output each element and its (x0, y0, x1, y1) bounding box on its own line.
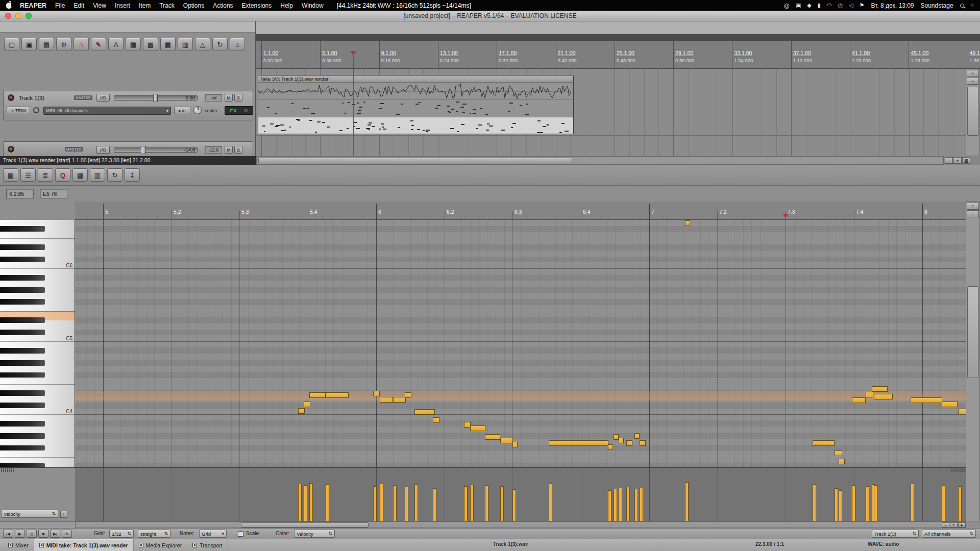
repeat-button[interactable]: ↻ (62, 530, 72, 538)
fader-handle[interactable] (141, 146, 145, 154)
volume-icon[interactable]: ◁ (849, 2, 853, 9)
grid-shape-selector[interactable]: straight⇅ (138, 530, 170, 538)
quantize-icon[interactable]: Q (55, 168, 70, 182)
channel-selector[interactable]: All channels⇅ (922, 530, 976, 538)
velocity-lane[interactable] (75, 467, 966, 521)
arrange-h-scrollbar[interactable] (256, 156, 944, 165)
velocity-bar[interactable] (405, 487, 408, 521)
midi-note[interactable] (433, 417, 439, 423)
piano-view-icon[interactable]: ▦ (72, 168, 88, 182)
menu-item-file[interactable]: File (55, 2, 65, 9)
volume-fader[interactable]: -14.8 (114, 147, 198, 153)
velocity-bar[interactable] (614, 489, 617, 521)
snap-icon[interactable]: ∩ (74, 38, 89, 51)
velocity-bar[interactable] (485, 485, 488, 521)
midi-note[interactable] (549, 440, 608, 446)
add-cc-lane-button[interactable]: + (60, 511, 67, 518)
zoom-out-button[interactable]: − (967, 78, 979, 85)
velocity-bar[interactable] (373, 486, 377, 521)
stop-button[interactable]: ■ (38, 530, 48, 538)
menu-item-insert[interactable]: Insert (115, 2, 130, 9)
scrollbar-thumb[interactable] (967, 286, 978, 378)
black-key[interactable] (0, 348, 45, 354)
solo-button[interactable]: S (234, 94, 242, 102)
mute-button[interactable]: M (225, 94, 233, 102)
velocity-bar[interactable] (470, 485, 474, 521)
scrollbar-thumb[interactable] (967, 87, 978, 136)
menu-item-item[interactable]: Item (139, 2, 151, 9)
pan-knob[interactable] (193, 106, 202, 114)
play-cursor-marker[interactable] (350, 51, 356, 55)
velocity-bar[interactable] (304, 485, 307, 521)
velocity-bar[interactable] (839, 490, 842, 521)
track-control-panel[interactable]: Track 1(3) MASTER I/O 0.00 -inf M S ∧TRI… (3, 91, 253, 120)
input-flag-icon[interactable]: ⚑ (860, 2, 865, 9)
midi-note[interactable] (634, 433, 640, 439)
midi-note[interactable] (380, 397, 393, 403)
apple-menu-icon[interactable] (6, 3, 12, 9)
midi-timeline-ruler[interactable]: 55.25.35.466.26.36.477.27.37.48 (75, 202, 966, 220)
input-source-label[interactable]: Soundstage (921, 2, 953, 9)
chevron-down-icon[interactable]: ▾ (222, 531, 224, 536)
menu-item-track[interactable]: Track (159, 2, 175, 9)
midi-note[interactable] (309, 392, 326, 398)
velocity-bar[interactable] (393, 485, 397, 521)
track-name[interactable]: Track 1(3) (19, 95, 44, 101)
open-project-icon[interactable]: ▣ (21, 38, 37, 51)
loop-icon[interactable]: ↻ (107, 168, 122, 182)
velocity-bar[interactable] (640, 488, 643, 521)
video-icon[interactable]: ▩ (143, 38, 158, 51)
menu-clock[interactable]: Вт, 8 дек. 13:09 (871, 2, 914, 9)
arrange-v-scrollbar[interactable]: + − (966, 69, 980, 156)
spinner-icon[interactable]: ⇅ (328, 531, 332, 536)
fx-button[interactable]: FX ⊘ (225, 106, 253, 115)
time-machine-icon[interactable]: ◷ (838, 2, 843, 9)
spinner-icon[interactable]: ⇅ (969, 531, 973, 536)
midi-v-scrollbar[interactable]: + − (966, 202, 980, 521)
display-icon[interactable]: ▣ (796, 2, 801, 9)
velocity-bar[interactable] (500, 486, 504, 521)
spotlight-icon[interactable] (960, 4, 964, 8)
black-key[interactable] (0, 360, 45, 366)
zoom-out-button[interactable]: − (967, 210, 979, 217)
midi-note[interactable] (835, 450, 842, 456)
battery-icon[interactable]: ▮ (818, 2, 821, 9)
velocity-bar[interactable] (813, 484, 816, 521)
velocity-bar[interactable] (549, 483, 552, 521)
solo-button[interactable]: S (234, 146, 242, 154)
black-key[interactable] (0, 372, 45, 378)
at-icon[interactable]: @ (784, 3, 790, 9)
black-key[interactable] (0, 287, 45, 293)
midi-note[interactable] (373, 391, 380, 396)
midi-note[interactable] (640, 440, 646, 446)
fx-bypass-icon[interactable]: ⊘ (244, 108, 248, 113)
locked-folder-icon[interactable]: ⌂ (230, 38, 245, 51)
velocity-bar[interactable] (866, 486, 869, 521)
zoom-in-button[interactable]: + (967, 203, 979, 210)
record-arm-button[interactable] (8, 146, 14, 153)
volume-fader[interactable]: 0.00 (114, 95, 198, 101)
action-icon[interactable]: A (108, 38, 124, 51)
midi-note[interactable] (485, 434, 500, 440)
black-key[interactable] (0, 403, 45, 408)
cc-lane-selector[interactable]: Velocity ⇅ (1, 510, 58, 518)
dropbox-icon[interactable]: ◆ (807, 2, 811, 9)
tab-media-explorer[interactable]: Media Explorer (134, 539, 188, 551)
mute-button[interactable]: M (225, 146, 233, 154)
media-grid-icon[interactable]: ▦ (126, 38, 141, 51)
velocity-bar[interactable] (835, 488, 838, 521)
velocity-bar[interactable] (942, 485, 945, 521)
take-lane-audio[interactable] (258, 83, 573, 100)
arrange-timeline-ruler[interactable]: 1.1.000:00.0005.1.000:08.0009.1.000:16.0… (256, 41, 980, 69)
save-project-icon[interactable]: ▤ (39, 38, 54, 51)
fader-handle[interactable] (153, 94, 158, 102)
record-arm-button[interactable] (8, 94, 14, 101)
spinner-icon[interactable]: ⇅ (912, 531, 916, 536)
wifi-icon[interactable]: ◠ (827, 2, 832, 9)
tab-midi-take-track-1-3-wav-render[interactable]: MIDI take: Track 1(3).wav render (34, 539, 134, 551)
note-length-selector[interactable]: Grid▾ (199, 530, 227, 538)
velocity-bar[interactable] (626, 487, 630, 521)
velocity-bar[interactable] (309, 483, 313, 521)
velocity-bar[interactable] (608, 490, 611, 521)
midi-input-selector[interactable]: MIDI: All: All channels ▾ (43, 107, 171, 115)
